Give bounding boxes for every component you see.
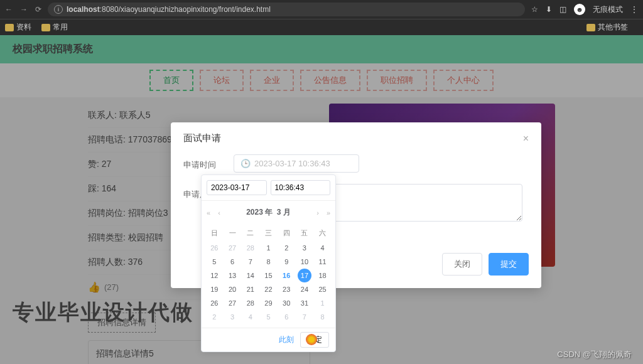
next-year-icon[interactable]: » <box>325 209 332 217</box>
thumbs-up-icon[interactable]: 👍 <box>88 281 100 293</box>
calendar-day[interactable]: 30 <box>278 296 296 310</box>
extensions-icon[interactable]: ◫ <box>559 5 566 14</box>
calendar-day[interactable]: 10 <box>296 255 314 269</box>
now-button[interactable]: 此刻 <box>279 335 294 345</box>
close-button[interactable]: 关闭 <box>442 253 482 276</box>
calendar-day[interactable]: 1 <box>259 241 278 255</box>
ok-button[interactable]: 确定 <box>300 332 329 348</box>
picker-title: 2023 年 3 月 <box>227 207 310 218</box>
time-input[interactable] <box>271 180 331 195</box>
watermark-text: 专业毕业设计代做 <box>13 298 193 327</box>
forward-icon[interactable]: → <box>20 5 28 14</box>
bookmark-item[interactable]: 常用 <box>41 22 68 33</box>
nav-forum[interactable]: 论坛 <box>200 70 244 91</box>
csdn-watermark: CSDN @飞翔的佩奇 <box>557 349 632 360</box>
calendar-day[interactable]: 6 <box>224 255 242 269</box>
url-bar[interactable]: i localhost:8080/xiaoyuanqiuzhizhaopinxi… <box>48 3 525 16</box>
calendar-day[interactable]: 4 <box>241 310 259 324</box>
reload-icon[interactable]: ⟳ <box>35 5 41 14</box>
url-host: localhost <box>67 5 100 14</box>
submit-button[interactable]: 提交 <box>489 253 529 276</box>
calendar-day[interactable]: 25 <box>313 282 332 296</box>
calendar-day[interactable]: 28 <box>241 296 259 310</box>
nav-jobs[interactable]: 职位招聘 <box>367 70 427 91</box>
calendar-day[interactable]: 4 <box>313 241 332 255</box>
calendar-day[interactable]: 13 <box>224 269 242 282</box>
profile-avatar[interactable]: ☻ <box>574 4 585 15</box>
calendar-day[interactable]: 8 <box>259 255 278 269</box>
day-of-week: 四 <box>278 225 296 241</box>
bookmark-item[interactable]: 资料 <box>5 22 31 33</box>
day-of-week: 三 <box>259 225 278 241</box>
calendar-day[interactable]: 16 <box>278 269 296 282</box>
calendar-day[interactable]: 23 <box>278 282 296 296</box>
back-icon[interactable]: ← <box>5 5 13 14</box>
calendar-day[interactable]: 2 <box>205 310 224 324</box>
calendar-day[interactable]: 8 <box>313 310 332 324</box>
calendar-day[interactable]: 5 <box>259 310 278 324</box>
calendar-day[interactable]: 27 <box>224 241 242 255</box>
menu-icon[interactable]: ⋮ <box>630 5 638 14</box>
calendar-day[interactable]: 28 <box>241 241 259 255</box>
folder-icon <box>41 24 50 31</box>
calendar-day[interactable]: 5 <box>205 255 224 269</box>
next-month-icon[interactable]: › <box>315 209 320 217</box>
calendar-day[interactable]: 7 <box>241 255 259 269</box>
page-title: 校园求职招聘系统 <box>0 35 643 63</box>
other-bookmarks[interactable]: 其他书签 <box>586 22 628 33</box>
calendar-day[interactable]: 6 <box>278 310 296 324</box>
nav-home[interactable]: 首页 <box>149 70 193 91</box>
calendar-day[interactable]: 27 <box>224 296 242 310</box>
time-label: 申请时间 <box>183 154 234 171</box>
calendar-day[interactable]: 24 <box>296 282 314 296</box>
calendar-day[interactable]: 22 <box>259 282 278 296</box>
folder-icon <box>586 24 595 31</box>
browser-toolbar: ← → ⟳ i localhost:8080/xiaoyuanqiuzhizha… <box>0 0 643 19</box>
date-picker: « ‹ 2023 年 3 月 › » 日一二三四五六26272812345678… <box>201 174 336 352</box>
calendar-day[interactable]: 7 <box>296 310 314 324</box>
close-icon[interactable]: × <box>523 133 529 144</box>
bookmarks-bar: 资料 常用 其他书签 <box>0 19 643 35</box>
calendar-day[interactable]: 26 <box>205 241 224 255</box>
prev-year-icon[interactable]: « <box>205 209 212 217</box>
calendar-day[interactable]: 21 <box>241 282 259 296</box>
day-of-week: 六 <box>313 225 332 241</box>
calendar-day[interactable]: 20 <box>224 282 242 296</box>
folder-icon <box>5 24 14 31</box>
nav-profile[interactable]: 个人中心 <box>433 70 494 91</box>
info-icon[interactable]: i <box>54 5 63 14</box>
calendar-day[interactable]: 15 <box>259 269 278 282</box>
calendar-day[interactable]: 19 <box>205 282 224 296</box>
calendar-day[interactable]: 9 <box>278 255 296 269</box>
calendar-day[interactable]: 3 <box>224 310 242 324</box>
day-of-week: 二 <box>241 225 259 241</box>
cursor-icon <box>306 334 317 345</box>
time-value: 2023-03-17 10:36:43 <box>254 159 330 168</box>
star-icon[interactable]: ☆ <box>531 5 538 14</box>
calendar-day[interactable]: 3 <box>296 241 314 255</box>
calendar-day[interactable]: 2 <box>278 241 296 255</box>
calendar-day[interactable]: 17 <box>298 269 311 282</box>
nav-notice[interactable]: 公告信息 <box>300 70 360 91</box>
date-input[interactable] <box>207 180 267 195</box>
thumbs-count: (27) <box>104 282 119 292</box>
day-of-week: 一 <box>224 225 242 241</box>
calendar-grid: 日一二三四五六262728123456789101112131415161718… <box>202 224 335 328</box>
calendar-day[interactable]: 26 <box>205 296 224 310</box>
prev-month-icon[interactable]: ‹ <box>217 209 222 217</box>
nav-company[interactable]: 企业 <box>250 70 294 91</box>
url-path: :8080/xiaoyuanqiuzhizhaopinxitong/front/… <box>100 5 271 14</box>
calendar-day[interactable]: 12 <box>205 269 224 282</box>
calendar-day[interactable]: 11 <box>313 255 332 269</box>
calendar-day[interactable]: 14 <box>241 269 259 282</box>
calendar-day[interactable]: 29 <box>259 296 278 310</box>
calendar-day[interactable]: 31 <box>296 296 314 310</box>
day-of-week: 五 <box>296 225 314 241</box>
main-nav: 首页 论坛 企业 公告信息 职位招聘 个人中心 <box>0 63 643 97</box>
calendar-day[interactable]: 1 <box>313 296 332 310</box>
day-of-week: 日 <box>205 225 224 241</box>
dialog-title: 面试申请 <box>183 132 221 144</box>
download-icon[interactable]: ⬇ <box>546 5 552 14</box>
calendar-day[interactable]: 18 <box>313 269 332 282</box>
time-input[interactable]: 🕒 2023-03-17 10:36:43 <box>234 154 359 173</box>
